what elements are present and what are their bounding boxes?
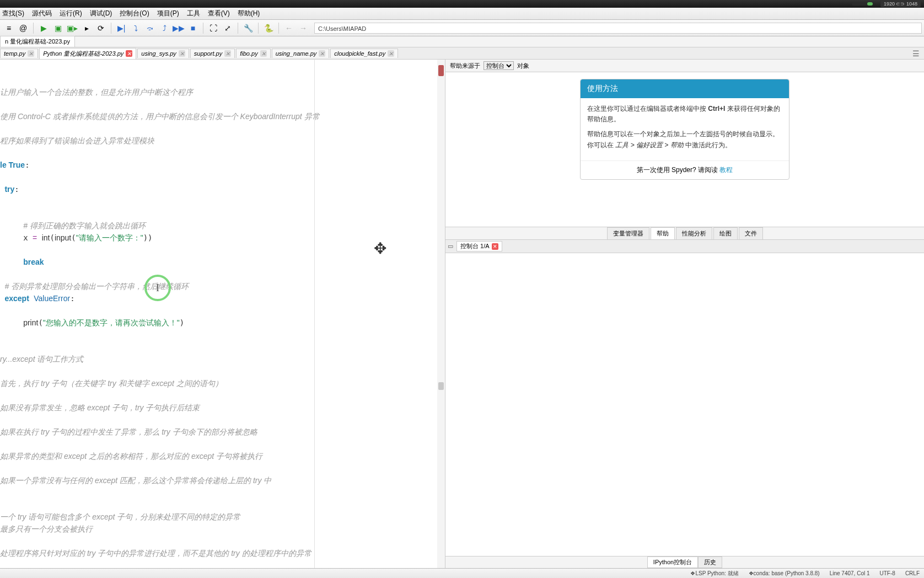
back-button[interactable]: ← bbox=[282, 22, 296, 35]
close-icon[interactable]: ✕ bbox=[126, 50, 132, 57]
status-eol: CRLF bbox=[905, 570, 920, 576]
tab-cloudpickle[interactable]: cloudpickle_fast.py✕ bbox=[330, 49, 398, 58]
debug-step-button[interactable]: ▶| bbox=[115, 22, 128, 35]
menu-debug[interactable]: 调试(D) bbox=[90, 9, 112, 18]
main-area: 让用户输入一个合法的整数，但是允许用户中断这个程序 使用 Control-C 或… bbox=[0, 60, 924, 568]
rerun-button[interactable]: ⟳ bbox=[94, 22, 108, 35]
help-source-select[interactable]: 控制台 bbox=[484, 61, 514, 70]
console-icon[interactable]: ▭ bbox=[448, 243, 453, 250]
tab-history[interactable]: 历史 bbox=[698, 556, 722, 568]
close-icon[interactable]: ✕ bbox=[224, 50, 231, 57]
tab-profiler[interactable]: 性能分析 bbox=[676, 227, 712, 239]
move-cursor-icon: ✥ bbox=[374, 239, 386, 258]
menu-run[interactable]: 运行(R) bbox=[60, 9, 82, 18]
run-selection-button[interactable]: ▸ bbox=[80, 22, 93, 35]
at-icon[interactable]: @ bbox=[17, 22, 30, 35]
debug-continue-button[interactable]: ▶▶ bbox=[172, 22, 185, 35]
status-encoding: UTF-8 bbox=[880, 570, 895, 576]
close-icon[interactable]: ✕ bbox=[388, 50, 394, 57]
menu-project[interactable]: 项目(P) bbox=[157, 9, 179, 18]
help-card: 使用方法 在这里你可以通过在编辑器或者终端中按 Ctrl+I 来获得任何对象的帮… bbox=[580, 79, 789, 180]
console-tabs: ▭ 控制台 1/A✕ bbox=[445, 240, 924, 253]
close-icon[interactable]: ✕ bbox=[179, 50, 185, 57]
help-header: 帮助来源于 控制台 对象 bbox=[445, 60, 924, 72]
debug-stop-button[interactable]: ■ bbox=[186, 22, 200, 35]
working-directory[interactable]: C:\Users\MIAPAD bbox=[314, 23, 922, 34]
tab-files[interactable]: 文件 bbox=[739, 227, 763, 239]
run-button[interactable]: ▶ bbox=[37, 22, 50, 35]
hamburger-icon[interactable]: ☰ bbox=[912, 49, 920, 58]
tab-temp[interactable]: temp.py✕ bbox=[0, 49, 38, 58]
fullscreen-button[interactable]: ⤢ bbox=[221, 22, 234, 35]
tab-main[interactable]: Python 量化编程基础-2023.py✕ bbox=[39, 48, 136, 59]
console-body[interactable] bbox=[445, 253, 924, 556]
toolbar: ≡ @ ▶ ▣ ▣▸ ▸ ⟳ ▶| ⤵ ⤼ ⤴ ▶▶ ■ ⛶ ⤢ 🔧 🐍 ← →… bbox=[0, 20, 924, 36]
window-titlebar: 1920 ⊂⊃ 1048 bbox=[0, 0, 924, 8]
forward-button[interactable]: → bbox=[297, 22, 310, 35]
help-body: 使用方法 在这里你可以通过在编辑器或者终端中按 Ctrl+I 来获得任何对象的帮… bbox=[445, 72, 924, 227]
close-icon[interactable]: ✕ bbox=[319, 50, 325, 57]
menu-tools[interactable]: 工具 bbox=[187, 9, 200, 18]
resolution-badge: 1920 ⊂⊃ 1048 bbox=[880, 1, 921, 7]
code-editor[interactable]: 让用户输入一个合法的整数，但是允许用户中断这个程序 使用 Control-C 或… bbox=[0, 60, 445, 568]
tab-ipython-console[interactable]: IPython控制台 bbox=[647, 556, 698, 568]
right-pane: 帮助来源于 控制台 对象 使用方法 在这里你可以通过在编辑器或者终端中按 Ctr… bbox=[445, 60, 924, 568]
file-tabs: temp.py✕ Python 量化编程基础-2023.py✕ using_sy… bbox=[0, 47, 924, 60]
menu-view[interactable]: 查看(V) bbox=[208, 9, 230, 18]
status-lsp[interactable]: ❖LSP Python: 就绪 bbox=[690, 570, 738, 577]
outline-icon[interactable]: ≡ bbox=[2, 22, 15, 35]
run-cell-button[interactable]: ▣ bbox=[51, 22, 65, 35]
maximize-button[interactable]: ⛶ bbox=[207, 22, 220, 35]
tab-help[interactable]: 帮助 bbox=[651, 227, 675, 239]
tab-fibo[interactable]: fibo.py✕ bbox=[236, 49, 270, 58]
help-card-title: 使用方法 bbox=[581, 79, 789, 98]
tab-plots[interactable]: 绘图 bbox=[713, 227, 738, 239]
menu-help[interactable]: 帮助(H) bbox=[238, 9, 260, 18]
editor-tab-name[interactable]: n 量化编程基础-2023.py bbox=[0, 36, 75, 47]
menubar: 查找(S) 源代码 运行(R) 调试(D) 控制台(O) 项目(P) 工具 查看… bbox=[0, 8, 924, 20]
menu-console[interactable]: 控制台(O) bbox=[120, 9, 149, 18]
statusbar: ❖LSP Python: 就绪 ❖conda: base (Python 3.8… bbox=[0, 568, 924, 578]
run-cell-advance-button[interactable]: ▣▸ bbox=[66, 22, 79, 35]
debug-out-button[interactable]: ⤴ bbox=[158, 22, 171, 35]
python-path-button[interactable]: 🐍 bbox=[262, 22, 275, 35]
help-object-label: 对象 bbox=[517, 62, 529, 70]
tab-using-name[interactable]: using_name.py✕ bbox=[272, 49, 330, 58]
debug-into-button[interactable]: ⤵ bbox=[129, 22, 142, 35]
status-conda[interactable]: ❖conda: base (Python 3.8.8) bbox=[749, 570, 820, 576]
close-icon[interactable]: ✕ bbox=[28, 50, 34, 57]
menu-source[interactable]: 源代码 bbox=[32, 9, 52, 18]
right-pane-tabs: 变量管理器 帮助 性能分析 绘图 文件 bbox=[445, 227, 924, 240]
close-icon[interactable]: ✕ bbox=[260, 50, 267, 57]
tab-var-explorer[interactable]: 变量管理器 bbox=[607, 227, 649, 239]
tutorial-link[interactable]: 教程 bbox=[719, 166, 733, 174]
editor-tab-row: n 量化编程基础-2023.py bbox=[0, 36, 924, 47]
console-tab-1[interactable]: 控制台 1/A✕ bbox=[456, 241, 502, 251]
activity-bar bbox=[852, 2, 874, 6]
help-footer: 第一次使用 Spyder? 请阅读 教程 bbox=[581, 160, 789, 179]
preferences-button[interactable]: 🔧 bbox=[241, 22, 255, 35]
help-text-2: 帮助信息可以在一个对象之后加上一个左圆括号的时候自动显示。 你可以在 工具 > … bbox=[587, 129, 782, 150]
tab-support[interactable]: support.py✕ bbox=[190, 49, 235, 58]
tab-using-sys[interactable]: using_sys.py✕ bbox=[137, 49, 189, 58]
menu-find[interactable]: 查找(S) bbox=[2, 9, 24, 18]
debug-over-button[interactable]: ⤼ bbox=[143, 22, 157, 35]
bottom-tabs: IPython控制台 历史 bbox=[445, 556, 924, 568]
vertical-scrollbar[interactable] bbox=[437, 60, 445, 568]
help-text-1: 在这里你可以通过在编辑器或者终端中按 Ctrl+I 来获得任何对象的帮助信息。 bbox=[587, 104, 782, 125]
help-source-label: 帮助来源于 bbox=[450, 62, 480, 70]
close-icon[interactable]: ✕ bbox=[492, 243, 498, 250]
status-line-col: Line 7407, Col 1 bbox=[830, 570, 870, 576]
